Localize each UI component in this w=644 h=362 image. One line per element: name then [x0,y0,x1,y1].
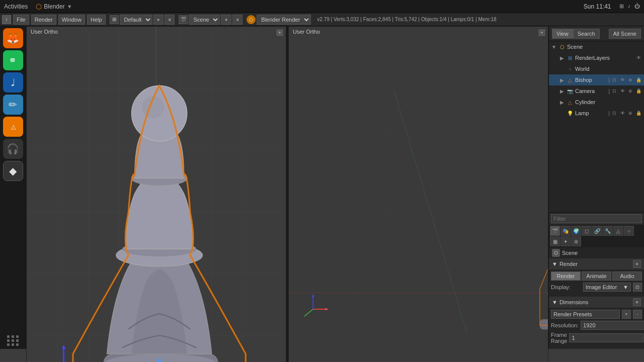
props-filter-bar [549,213,644,225]
render-tab-btn[interactable]: Render [551,272,581,281]
lamp-vis[interactable]: 👁 [619,110,626,117]
activities-label[interactable]: Activities [4,3,28,10]
tree-item-scene[interactable]: ▼ ⬡ Scene [549,41,644,52]
svg-text:△: △ [11,123,16,130]
layout-icon[interactable]: ⊞ [110,15,119,24]
props-tab-material[interactable]: ○ [624,226,634,236]
viewport-left[interactable]: User Ortho + [26,26,286,362]
start-frame-input[interactable] [569,333,643,342]
lamp-lock[interactable]: 🔒 [635,110,642,117]
props-tab-data[interactable]: △ [613,226,623,236]
viewport-right[interactable]: User Ortho + [288,26,548,362]
volume-icon[interactable]: ♪ [628,3,631,10]
frame-range-row: Frame Range [549,331,644,345]
tree-item-camera[interactable]: ▶ 📷 Camera | ⊡ 👁 ⊕ 🔒 [549,85,644,97]
display-value-select[interactable]: Image Editor ▼ [583,283,631,292]
render-section-menu[interactable]: ≡ [633,260,641,268]
dimensions-menu[interactable]: ≡ [633,298,641,306]
props-tab-texture[interactable]: ▦ [550,236,560,246]
render-presets-select[interactable]: Render Presets [551,310,620,319]
close-layout-btn[interactable]: × [165,15,175,25]
tree-toggle-lamp[interactable] [559,110,565,116]
add-layout-btn[interactable]: + [153,15,164,25]
power-icon[interactable]: ⏻ [634,3,640,10]
lamp-action1[interactable]: ⊡ [611,110,618,117]
all-scene-tab[interactable]: All Scene [609,29,641,39]
animate-tab-btn[interactable]: Animate [582,272,611,281]
headphones-icon[interactable]: 🎧 [3,139,23,159]
display-row: Display: Image Editor ▼ ⊡ [549,282,644,293]
tree-toggle-rl[interactable]: ▶ [559,55,565,61]
help-menu[interactable]: Help [87,15,106,25]
props-tab-render[interactable]: 🎬 [550,226,560,236]
tree-item-lamp[interactable]: 💡 Lamp | ⊡ 👁 ⊕ 🔒 [549,108,644,119]
props-tab-physics[interactable]: ⊛ [571,236,581,246]
tree-toggle-scene[interactable]: ▼ [551,44,557,50]
search-tab[interactable]: Search [573,29,600,39]
network-icon[interactable]: ⊞ [619,3,624,10]
tree-item-renderlayers[interactable]: ▶ ⊞ RenderLayers 👁 [549,52,644,63]
camera-vis[interactable]: 👁 [619,87,626,95]
props-tab-particles[interactable]: ✦ [560,236,571,246]
render-presets-row: Render Presets + - [549,309,644,320]
tree-item-world[interactable]: ○ World [549,63,644,74]
props-filter-input[interactable] [551,214,642,223]
close-scene-btn[interactable]: × [232,15,243,25]
right-panel: View Search All Scene ▼ ⬡ Scene ▶ ⊞ Rend… [548,26,644,349]
blender-icon[interactable]: △ [3,117,23,137]
activities-bar: Activities ⬡ Blender ▼ Sun 11:41 ⊞ ♪ ⏻ [0,0,644,13]
camera-lock[interactable]: 🔒 [635,87,642,95]
bishop-vis[interactable]: 👁 [619,76,626,83]
scene-icon[interactable]: 🎬 [179,15,188,24]
props-dimensions-section: ▼ Dimensions ≡ Render Presets + - Resolu… [549,297,644,345]
tree-toggle-cylinder[interactable]: ▶ [559,99,565,105]
tree-item-cylinder[interactable]: ▶ △ Cylinder [549,97,644,108]
camera-action1[interactable]: ⊡ [611,87,618,95]
audio-tab-btn[interactable]: Audio [612,272,642,281]
render-engine-select[interactable]: Blender Render [257,15,311,25]
inkscape-icon[interactable]: ✏ [3,95,23,115]
display-extra-btn[interactable]: ⊡ [633,283,642,292]
resolution-x-input[interactable] [581,321,644,330]
dimensions-label: Dimensions [559,299,588,305]
render-presets-add[interactable]: + [622,310,631,319]
bishop-lock[interactable]: 🔒 [635,76,642,83]
viewport-left-plus[interactable]: + [276,29,284,37]
scene-prop-icon: ⬡ [552,249,560,257]
dropdown-arrow[interactable]: ▼ [67,4,72,10]
window-menu[interactable]: Window [58,15,85,25]
render-menu[interactable]: Render [31,15,56,25]
musescore-icon[interactable]: ♩ [3,72,23,93]
viewport-right-plus[interactable]: + [538,29,546,37]
scene-select[interactable]: Scene [189,15,220,25]
lamp-action3[interactable]: ⊕ [627,110,634,117]
view-tab[interactable]: View [552,29,573,39]
render-section-header[interactable]: ▼ Render ≡ [549,258,644,269]
props-tab-object[interactable]: ◻ [582,226,592,236]
tree-item-bishop[interactable]: ▶ △ Bishop | ⊡ 👁 ⊕ 🔒 [549,74,644,85]
props-tab-modifiers[interactable]: 🔧 [603,226,613,236]
cylinder-label: Cylinder [575,99,642,105]
layout-select[interactable]: Default [120,15,152,25]
tree-toggle-camera[interactable]: ▶ [559,88,565,94]
renderlayers-vis[interactable]: 👁 [635,54,642,61]
dimensions-section-header[interactable]: ▼ Dimensions ≡ [549,297,644,308]
props-tab-constraints[interactable]: 🔗 [592,226,602,236]
tree-toggle-bishop[interactable]: ▶ [559,77,565,83]
apps-grid[interactable] [7,335,19,346]
camera-icon: 📷 [566,87,574,95]
file-menu[interactable]: File [13,15,29,25]
tree-toggle-world[interactable] [559,66,565,72]
camera-action3[interactable]: ⊕ [627,87,634,95]
spotify-icon[interactable] [3,50,23,70]
app-name[interactable]: Blender [44,3,64,10]
bishop-action1[interactable]: ⊡ [611,76,618,83]
props-tab-world[interactable]: 🌍 [571,226,581,236]
unity-icon[interactable]: ◆ [3,161,23,181]
bishop-action3[interactable]: ⊕ [627,76,634,83]
info-button[interactable]: i [2,15,11,24]
props-tab-scene[interactable]: 🎭 [560,226,571,236]
add-scene-btn[interactable]: + [221,15,231,25]
render-presets-remove[interactable]: - [633,310,642,319]
firefox-icon[interactable]: 🦊 [3,28,23,48]
